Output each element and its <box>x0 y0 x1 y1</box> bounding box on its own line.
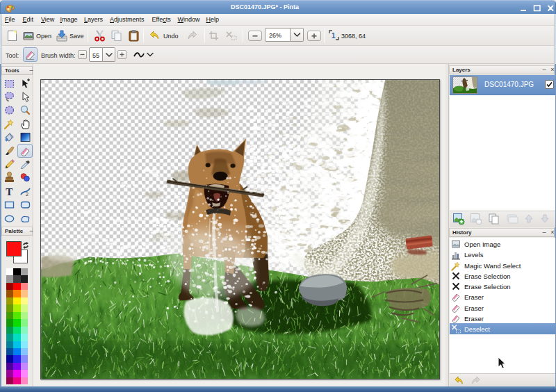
svg-text:T: T <box>6 186 13 197</box>
svg-text:1: 1 <box>332 32 336 40</box>
svg-text:2: 2 <box>26 192 28 197</box>
